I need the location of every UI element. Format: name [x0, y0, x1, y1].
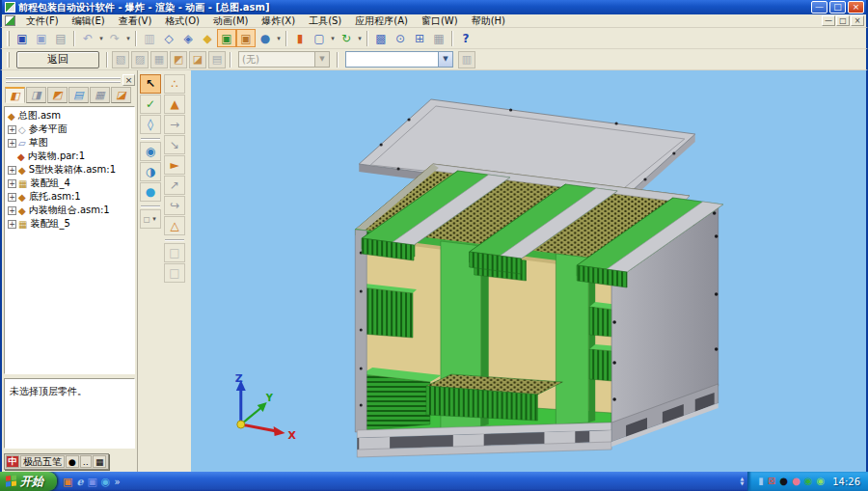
tree-item[interactable]: ◆ 内装物.par:1 [8, 150, 134, 163]
settings-folder-button[interactable]: ▮ [290, 29, 310, 47]
apply-animation-button[interactable]: ▥ [458, 51, 475, 68]
expand-icon[interactable]: + [8, 166, 16, 175]
copy-part-button[interactable]: ▥ [140, 29, 159, 47]
redo-dropdown-arrow-icon[interactable]: ▾ [124, 35, 132, 42]
tree-item[interactable]: + ◆ 内装物组合.asm:1 [8, 204, 134, 217]
move-part-button[interactable]: ► [164, 155, 185, 175]
bind-parts-button[interactable]: ↗ [164, 176, 185, 195]
tab-layers[interactable]: ▤ [68, 87, 89, 103]
sketch-check-button[interactable]: ✓ [140, 95, 161, 114]
antivirus-money-icon[interactable]: ◉ [804, 477, 813, 486]
save-all-button[interactable]: ▣ [32, 29, 51, 47]
menu-help[interactable]: 帮助(H) [465, 14, 512, 28]
ime-name-label[interactable]: 极品五笔 [20, 455, 65, 468]
camera-combo[interactable]: ▼ [345, 51, 453, 68]
explode-settings-button[interactable]: ▧ [112, 51, 129, 68]
toolbar-grip[interactable] [7, 52, 10, 68]
minimize-button[interactable]: — [811, 1, 827, 14]
toolbar-grip[interactable] [7, 31, 10, 46]
save-button[interactable]: ▣ [13, 29, 32, 47]
expand-icon[interactable]: + [8, 179, 16, 188]
zoom-area-button[interactable]: ▩ [371, 29, 391, 47]
tab-help[interactable]: ◪ [111, 87, 131, 103]
tree-item[interactable]: + ▦ 装配组_5 [8, 217, 134, 231]
erase-tool-button[interactable]: ◊ [140, 115, 161, 134]
menu-animation[interactable]: 动画(M) [206, 14, 255, 28]
internet-explorer-icon[interactable]: e [76, 476, 83, 488]
mdi-close-button[interactable]: × [851, 15, 864, 26]
messenger-tray-icon[interactable]: ▮ [758, 477, 764, 486]
edgebar-grip[interactable] [6, 77, 121, 83]
ime-fullwidth-button[interactable]: ● [66, 455, 79, 468]
explode-auto-button[interactable]: ◩ [170, 51, 187, 68]
menu-view[interactable]: 查看(V) [112, 14, 159, 28]
ime-punctuation-button[interactable]: ‥ [80, 455, 92, 468]
taskbar-grip[interactable]: ▲ ▼ [736, 472, 747, 491]
expand-icon[interactable]: + [8, 220, 16, 229]
qq-icon[interactable]: ● [779, 477, 788, 486]
window-style-button[interactable]: ▢ [310, 29, 329, 47]
undo-dropdown-arrow-icon[interactable]: ▾ [97, 35, 105, 42]
messenger-launch-icon[interactable]: ▣ [87, 476, 96, 488]
unbind-parts-button[interactable]: ↪ [164, 196, 185, 215]
flow-line-button[interactable]: → [164, 115, 185, 134]
redo-button[interactable]: ↷ [105, 29, 124, 47]
tree-item[interactable]: + ◆ 底托.asm:1 [8, 190, 134, 204]
tree-item[interactable]: + ▦ 装配组_4 [8, 177, 134, 190]
viewport-canvas[interactable]: Z X Y [191, 70, 866, 472]
wireframe-globe-button[interactable]: ● [140, 182, 161, 202]
shaded-view-button[interactable]: ◇ [159, 29, 178, 47]
reposition-part-button[interactable]: ↘ [164, 135, 185, 154]
close-button[interactable]: × [848, 1, 864, 14]
more-tools-button[interactable]: ▫▾ [140, 209, 161, 229]
quick-launch-overflow[interactable]: » [114, 477, 120, 487]
tab-alternate-assemblies[interactable]: ◩ [47, 87, 68, 103]
explode-options-button[interactable]: ▨ [131, 51, 149, 68]
placeholder-a-button[interactable]: □ [164, 243, 185, 262]
security-shield-icon[interactable]: ◉ [816, 477, 825, 486]
orientation-sphere-button[interactable]: ● [256, 29, 275, 47]
tab-sensors[interactable]: ▦ [90, 87, 110, 103]
mdi-minimize-button[interactable]: — [822, 15, 835, 26]
more-tools-dropdown-arrow-icon[interactable]: ▾ [150, 215, 158, 223]
auto-explode-button[interactable]: ∴ [164, 74, 185, 94]
menu-tools[interactable]: 工具(S) [302, 14, 348, 28]
explode-part-button[interactable]: ▲ [164, 95, 185, 114]
explode-group-button[interactable]: ▦ [150, 51, 168, 68]
menu-format[interactable]: 格式(O) [158, 14, 206, 28]
ime-keyboard-button[interactable]: ▦ [93, 455, 107, 468]
previous-view-button[interactable]: ▦ [429, 29, 448, 47]
refresh-button[interactable]: ↻ [337, 29, 356, 47]
render-box-button[interactable]: ◆ [198, 29, 217, 47]
refresh-dropdown-arrow-icon[interactable]: ▾ [356, 35, 364, 42]
window-style-dropdown-arrow-icon[interactable]: ▾ [329, 35, 337, 42]
expand-icon[interactable]: + [8, 125, 16, 134]
fit-view-button[interactable]: ⊞ [410, 29, 429, 47]
half-shaded-globe-button[interactable]: ◑ [140, 162, 161, 181]
shaded-globe-button[interactable]: ◉ [140, 142, 161, 161]
edgebar-close-button[interactable]: × [122, 74, 135, 86]
menu-file[interactable]: 文件(F) [19, 14, 66, 28]
tree-item[interactable]: + ▱ 草图 [8, 136, 134, 150]
menu-applications[interactable]: 应用程序(A) [348, 14, 415, 28]
browser-globe-icon[interactable]: ◉ [101, 476, 111, 488]
return-button[interactable]: 返回 [16, 51, 99, 68]
expand-icon[interactable]: + [8, 206, 16, 215]
explode-mode-button[interactable]: ▣ [217, 29, 236, 47]
menu-explode[interactable]: 爆炸(X) [255, 14, 302, 28]
start-button[interactable]: 开始 [0, 472, 57, 491]
download-manager-icon[interactable]: ● [792, 477, 800, 486]
menu-window[interactable]: 窗口(W) [415, 14, 465, 28]
expand-icon[interactable]: + [8, 193, 16, 202]
tab-parts-library[interactable]: ◨ [26, 87, 46, 103]
restore-button[interactable]: □ [829, 1, 846, 14]
network-error-icon[interactable]: ⊠ [768, 477, 775, 486]
select-tool-button[interactable]: ↖ [140, 74, 161, 94]
explode-select-button[interactable]: ◪ [189, 51, 206, 68]
expand-icon[interactable]: + [8, 139, 16, 148]
collapse-explode-button[interactable]: △ [164, 216, 185, 235]
undo-button[interactable]: ↶ [78, 29, 97, 47]
tree-item[interactable]: ◆ 总图.asm [8, 109, 134, 123]
tree-item[interactable]: + ◆ S型快装箱体.asm:1 [8, 163, 134, 177]
print-button[interactable]: ▤ [51, 29, 70, 47]
